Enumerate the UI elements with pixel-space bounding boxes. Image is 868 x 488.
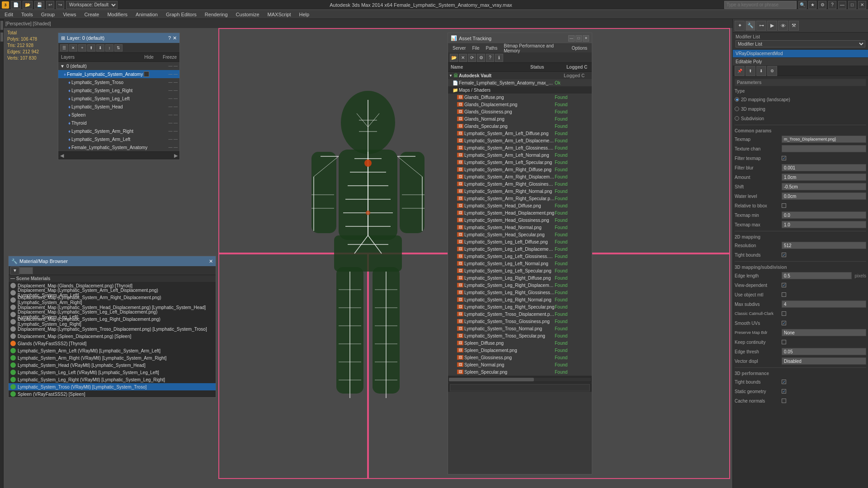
asset-row-7[interactable]: 🖼 Lymphatic_System_Arm_Left_Glossiness.p… <box>448 144 592 151</box>
edge-thresh-input[interactable] <box>782 348 866 355</box>
water-level-input[interactable] <box>782 192 866 200</box>
layer-row-leg-r[interactable]: ♦ Lymphatic_System_Leg_Right — — <box>58 86 179 94</box>
type-3d-radio[interactable] <box>735 107 739 111</box>
asset-row-9[interactable]: 🖼 Lymphatic_System_Arm_Left_Specular.png… <box>448 159 592 166</box>
modifier-vray-displacement[interactable]: VRayDisplacementMod <box>733 50 868 58</box>
asset-minimize-btn[interactable]: — <box>568 35 575 42</box>
asset-row-25[interactable]: 🖼 Lymphatic_System_Leg_Right_Diffuse.png… <box>448 274 592 282</box>
amount-input[interactable] <box>782 174 866 181</box>
asset-row-34[interactable]: 🖼 Spleen_Diffuse.png Found <box>448 339 592 347</box>
asset-btn-1[interactable]: 📂 <box>450 54 458 62</box>
settings-icon[interactable]: ⚙ <box>818 1 826 9</box>
classic-catmull-checkbox[interactable] <box>782 311 786 316</box>
menu-create[interactable]: Create <box>80 11 103 18</box>
asset-btn-4[interactable]: ⚙ <box>477 54 485 62</box>
layer-delete-btn[interactable]: ✕ <box>69 44 77 52</box>
mat-row-10[interactable]: Lymphatic_System_Arm_Right (VRayMtl) [Ly… <box>9 354 216 361</box>
modifier-config-icon[interactable]: ⚙ <box>767 66 777 76</box>
material-browser-close[interactable]: ✕ <box>209 258 213 264</box>
tight-bounds2-checkbox[interactable]: ✓ <box>782 380 786 384</box>
asset-row-37[interactable]: 🖼 Spleen_Normal.png Found <box>448 361 592 368</box>
mat-row-14[interactable]: Lymphatic_System_Troso (VRayMtl) [Lympha… <box>9 383 216 390</box>
new-btn[interactable]: 📄 <box>11 1 21 9</box>
asset-row-29[interactable]: 🖼 Lymphatic_System_Leg_Right_Specular.pn… <box>448 303 592 310</box>
menu-help[interactable]: Help <box>296 11 313 18</box>
mat-row-12[interactable]: Lymphatic_System_Leg_Left (VRayMtl) [Lym… <box>9 369 216 376</box>
type-2d-radio[interactable] <box>735 97 739 102</box>
open-btn[interactable]: 📂 <box>23 1 33 9</box>
asset-btn-6[interactable]: ℹ <box>495 54 503 62</box>
asset-row-21[interactable]: 🖼 Lymphatic_System_Leg_Left_Displacement… <box>448 245 592 253</box>
relative-bbox-checkbox[interactable] <box>782 203 786 208</box>
asset-menu-bitmap[interactable]: Bitmap Performance and Memory <box>501 42 568 54</box>
asset-row-12[interactable]: 🖼 Lymphatic_System_Arm_Right_Glossiness.… <box>448 180 592 188</box>
preserve-map-dropdown[interactable]: None <box>782 329 866 336</box>
asset-row-0[interactable]: 🖼 Glands_Diffuse.png Found <box>448 94 592 101</box>
mat-row-8[interactable]: Glands (VRayFastSSS2) [Thyroid] <box>9 340 216 347</box>
asset-row-18[interactable]: 🖼 Lymphatic_System_Head_Normal.png Found <box>448 224 592 231</box>
asset-row-38[interactable]: 🖼 Spleen_Specular.png Found <box>448 368 592 375</box>
asset-row-4[interactable]: 🖼 Glands_Specular.png Found <box>448 122 592 130</box>
menu-rendering[interactable]: Rendering <box>201 11 231 18</box>
layer-row-anatomy[interactable]: ♦ Female_Lymphatic_System_Anatomy — — <box>58 143 179 151</box>
rp-motion-icon[interactable]: ▶ <box>767 21 777 31</box>
use-object-mtl-checkbox[interactable] <box>782 292 786 297</box>
asset-row-1[interactable]: 🖼 Glands_Displacement.png Found <box>448 101 592 108</box>
bookmark-icon[interactable]: ★ <box>808 1 816 9</box>
edge-length-input[interactable] <box>782 272 852 279</box>
modifier-paste-icon[interactable]: ⬇ <box>756 66 766 76</box>
asset-row-13[interactable]: 🖼 Lymphatic_System_Arm_Right_Normal.png … <box>448 188 592 195</box>
mat-row-11[interactable]: Lymphatic_System_Head (VRayMtl) [Lymphat… <box>9 361 216 369</box>
asset-row-17[interactable]: 🖼 Lymphatic_System_Head_Glossiness.png F… <box>448 216 592 224</box>
layer-row-spleen[interactable]: ♦ Spleen — — <box>58 111 179 119</box>
minimize-icon[interactable]: — <box>838 1 846 9</box>
redo-btn[interactable]: ↪ <box>56 1 64 9</box>
asset-menu-options[interactable]: Options <box>569 45 590 52</box>
asset-row-26[interactable]: 🖼 Lymphatic_System_Leg_Right_Displacemen… <box>448 282 592 289</box>
filter-texmap-checkbox[interactable]: ✓ <box>782 156 786 160</box>
viewport-area[interactable]: [Perspective] [Shaded] Total Polys: 106 … <box>4 19 732 488</box>
layer-list-btn[interactable]: ☰ <box>60 44 68 52</box>
layer-scroll-left[interactable]: ◀ <box>60 153 64 159</box>
sidebar-icon-1[interactable] <box>0 21 3 30</box>
asset-row-22[interactable]: 🖼 Lymphatic_System_Leg_Left_Glossiness.p… <box>448 253 592 260</box>
menu-views[interactable]: Views <box>59 11 80 18</box>
menu-graph-editors[interactable]: Graph Editors <box>162 11 200 18</box>
texture-chan-input[interactable] <box>782 145 866 152</box>
asset-row-2[interactable]: 🖼 Glands_Glossiness.png Found <box>448 108 592 115</box>
params-header[interactable]: Parameters <box>735 79 866 86</box>
texmap-max-input[interactable] <box>782 221 866 228</box>
asset-btn-3[interactable]: ⟳ <box>468 54 476 62</box>
smooth-uvs-checkbox[interactable]: ✓ <box>782 321 786 325</box>
asset-row-20[interactable]: 🖼 Lymphatic_System_Leg_Left_Diffuse.png … <box>448 238 592 245</box>
rp-modify-icon[interactable]: 🔧 <box>745 21 755 31</box>
asset-row-15[interactable]: 🖼 Lymphatic_System_Head_Diffuse.png Foun… <box>448 202 592 209</box>
static-geometry-checkbox[interactable]: ✓ <box>782 389 786 394</box>
asset-row-28[interactable]: 🖼 Lymphatic_System_Leg_Right_Normal.png … <box>448 296 592 303</box>
asset-search-bar[interactable] <box>450 384 590 391</box>
modifier-editable-poly[interactable]: Editable Poly <box>733 58 868 66</box>
layer-add-btn[interactable]: + <box>78 44 86 52</box>
layer-tool1-btn[interactable]: ⬆ <box>87 44 95 52</box>
asset-row-32[interactable]: 🖼 Lymphatic_System_Troso_Normal.png Foun… <box>448 325 592 332</box>
modifier-copy-icon[interactable]: ⬆ <box>745 66 755 76</box>
asset-row-10[interactable]: 🖼 Lymphatic_System_Arm_Right_Diffuse.png… <box>448 166 592 173</box>
maximize-icon[interactable]: □ <box>848 1 856 9</box>
asset-row-30[interactable]: 🖼 Lymphatic_System_Troso_Displacement.pn… <box>448 310 592 318</box>
asset-row-11[interactable]: 🖼 Lymphatic_System_Arm_Right_Displacemen… <box>448 173 592 180</box>
asset-menu-file[interactable]: File <box>469 45 482 52</box>
modifier-list-dropdown[interactable]: Modifier List <box>736 40 865 47</box>
modifier-pin-icon[interactable]: 📌 <box>735 66 745 76</box>
layer-row-1[interactable]: ♦ Female_Lymphatic_System_Anatomy — — <box>58 70 179 78</box>
asset-row-31[interactable]: 🖼 Lymphatic_System_Troso_Glossiness.png … <box>448 318 592 325</box>
workspace-selector[interactable]: Workspace: Default <box>66 1 118 9</box>
asset-row-3[interactable]: 🖼 Glands_Normal.png Found <box>448 115 592 122</box>
mat-row-2[interactable]: Displacement_Map (Lymphatic_System_Arm_R… <box>9 296 216 304</box>
menu-group[interactable]: Group <box>38 11 59 18</box>
search-icon[interactable]: 🔍 <box>798 1 807 9</box>
asset-row-24[interactable]: 🖼 Lymphatic_System_Leg_Left_Specular.png… <box>448 267 592 274</box>
asset-btn-2[interactable]: ✕ <box>459 54 467 62</box>
layer-row-arm-l[interactable]: ♦ Lymphatic_System_Arm_Left — — <box>58 135 179 143</box>
asset-col-logged[interactable]: Logged C <box>565 65 592 70</box>
view-dependent-checkbox[interactable]: ✓ <box>782 283 786 287</box>
